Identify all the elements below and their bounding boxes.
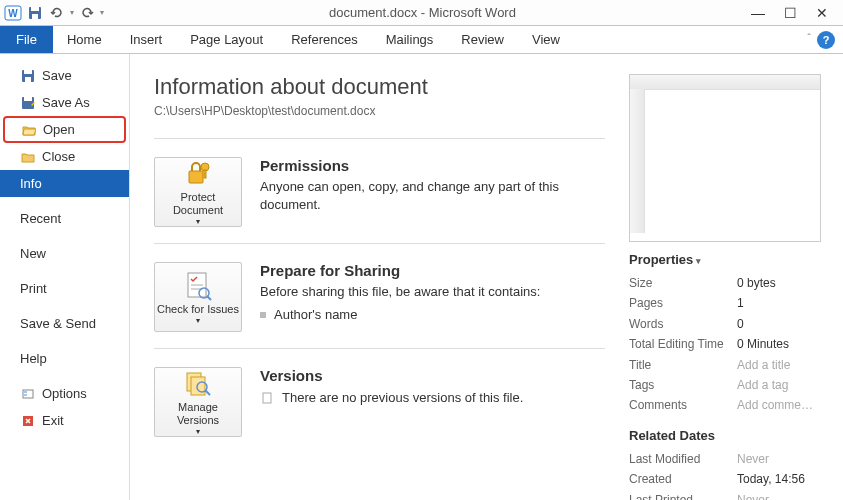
svg-rect-6 xyxy=(24,70,32,74)
date-value: Never xyxy=(737,490,769,500)
save-icon[interactable] xyxy=(26,4,44,22)
exit-icon xyxy=(20,413,36,429)
sidebar-info[interactable]: Info xyxy=(0,170,129,197)
property-value: 1 xyxy=(737,293,744,313)
permissions-heading: Permissions xyxy=(260,157,605,174)
property-row: Size0 bytes xyxy=(629,273,831,293)
svg-rect-4 xyxy=(32,14,38,19)
versions-section: Manage Versions ▾ Versions There are no … xyxy=(154,348,605,453)
property-row: Words0 xyxy=(629,314,831,334)
tab-insert[interactable]: Insert xyxy=(116,26,177,53)
sidebar-help[interactable]: Help xyxy=(0,345,129,372)
redo-icon[interactable] xyxy=(78,4,96,22)
bullet-icon xyxy=(260,312,266,318)
property-value: 0 xyxy=(737,314,744,334)
permissions-text: Anyone can open, copy, and change any pa… xyxy=(260,178,605,214)
tab-review[interactable]: Review xyxy=(447,26,518,53)
property-label: Tags xyxy=(629,375,737,395)
sidebar-save-as[interactable]: Save As xyxy=(0,89,129,116)
versions-heading: Versions xyxy=(260,367,605,384)
folder-close-icon xyxy=(20,149,36,165)
folder-open-icon xyxy=(21,122,37,138)
help-icon[interactable]: ? xyxy=(817,31,835,49)
property-row: TitleAdd a title xyxy=(629,355,831,375)
svg-rect-3 xyxy=(31,7,39,11)
date-value: Today, 14:56 xyxy=(737,469,805,489)
sidebar-open[interactable]: Open xyxy=(3,116,126,143)
date-label: Last Printed xyxy=(629,490,737,500)
related-dates-header: Related Dates xyxy=(629,428,831,443)
checklist-icon xyxy=(182,269,214,301)
date-label: Last Modified xyxy=(629,449,737,469)
tab-mailings[interactable]: Mailings xyxy=(372,26,448,53)
svg-rect-7 xyxy=(25,77,31,82)
svg-rect-12 xyxy=(24,394,27,396)
sidebar-close[interactable]: Close xyxy=(0,143,129,170)
ribbon-tabs: File Home Insert Page Layout References … xyxy=(0,26,843,54)
word-app-icon[interactable]: W xyxy=(4,4,22,22)
sidebar-options[interactable]: Options xyxy=(0,380,129,407)
date-label: Created xyxy=(629,469,737,489)
check-issues-button[interactable]: Check for Issues ▾ xyxy=(154,262,242,332)
undo-icon[interactable] xyxy=(48,4,66,22)
maximize-button[interactable]: ☐ xyxy=(783,5,797,21)
date-value: Never xyxy=(737,449,769,469)
property-value[interactable]: Add a title xyxy=(737,355,790,375)
versions-icon xyxy=(182,367,214,399)
file-tab[interactable]: File xyxy=(0,26,53,53)
sidebar-exit[interactable]: Exit xyxy=(0,407,129,434)
versions-doc-icon xyxy=(260,391,274,405)
versions-text-line: There are no previous versions of this f… xyxy=(260,390,605,405)
protect-document-button[interactable]: Protect Document ▾ xyxy=(154,157,242,227)
sharing-bullet: Author's name xyxy=(260,307,605,322)
date-row: CreatedToday, 14:56 xyxy=(629,469,831,489)
property-label: Size xyxy=(629,273,737,293)
svg-rect-11 xyxy=(24,391,27,393)
sidebar-save-send[interactable]: Save & Send xyxy=(0,310,129,337)
permissions-section: Protect Document ▾ Permissions Anyone ca… xyxy=(154,138,605,243)
property-row: Total Editing Time0 Minutes xyxy=(629,334,831,354)
save-icon xyxy=(20,68,36,84)
sharing-section: Check for Issues ▾ Prepare for Sharing B… xyxy=(154,243,605,348)
properties-header[interactable]: Properties xyxy=(629,252,831,267)
property-label: Comments xyxy=(629,395,737,415)
document-path: C:\Users\HP\Desktop\test\document.docx xyxy=(154,104,605,118)
svg-rect-9 xyxy=(24,97,32,101)
sidebar-save[interactable]: Save xyxy=(0,62,129,89)
property-value: 0 bytes xyxy=(737,273,776,293)
lock-key-icon xyxy=(182,157,214,189)
tab-home[interactable]: Home xyxy=(53,26,116,53)
property-value: 0 Minutes xyxy=(737,334,789,354)
minimize-ribbon-icon[interactable]: ˆ xyxy=(807,32,811,44)
page-title: Information about document xyxy=(154,74,605,100)
property-label: Pages xyxy=(629,293,737,313)
tab-page-layout[interactable]: Page Layout xyxy=(176,26,277,53)
property-row: TagsAdd a tag xyxy=(629,375,831,395)
property-value[interactable]: Add comme… xyxy=(737,395,813,415)
tab-references[interactable]: References xyxy=(277,26,371,53)
manage-versions-button[interactable]: Manage Versions ▾ xyxy=(154,367,242,437)
property-label: Title xyxy=(629,355,737,375)
window-title: document.docx - Microsoft Word xyxy=(108,5,737,20)
property-label: Words xyxy=(629,314,737,334)
backstage-sidebar: Save Save As Open Close Info Recent New … xyxy=(0,54,130,500)
svg-rect-26 xyxy=(263,393,271,403)
sidebar-print[interactable]: Print xyxy=(0,275,129,302)
close-window-button[interactable]: ✕ xyxy=(815,5,829,21)
date-row: Last PrintedNever xyxy=(629,490,831,500)
titlebar: W ▾ ▾ document.docx - Microsoft Word — ☐… xyxy=(0,0,843,26)
svg-rect-16 xyxy=(204,170,206,178)
sidebar-recent[interactable]: Recent xyxy=(0,205,129,232)
sharing-heading: Prepare for Sharing xyxy=(260,262,605,279)
sidebar-new[interactable]: New xyxy=(0,240,129,267)
document-preview xyxy=(629,74,821,242)
property-row: CommentsAdd comme… xyxy=(629,395,831,415)
property-value[interactable]: Add a tag xyxy=(737,375,788,395)
property-label: Total Editing Time xyxy=(629,334,737,354)
property-row: Pages1 xyxy=(629,293,831,313)
sharing-text: Before sharing this file, be aware that … xyxy=(260,283,605,301)
svg-line-25 xyxy=(205,390,210,395)
minimize-button[interactable]: — xyxy=(751,5,765,21)
svg-rect-14 xyxy=(189,171,203,183)
tab-view[interactable]: View xyxy=(518,26,574,53)
